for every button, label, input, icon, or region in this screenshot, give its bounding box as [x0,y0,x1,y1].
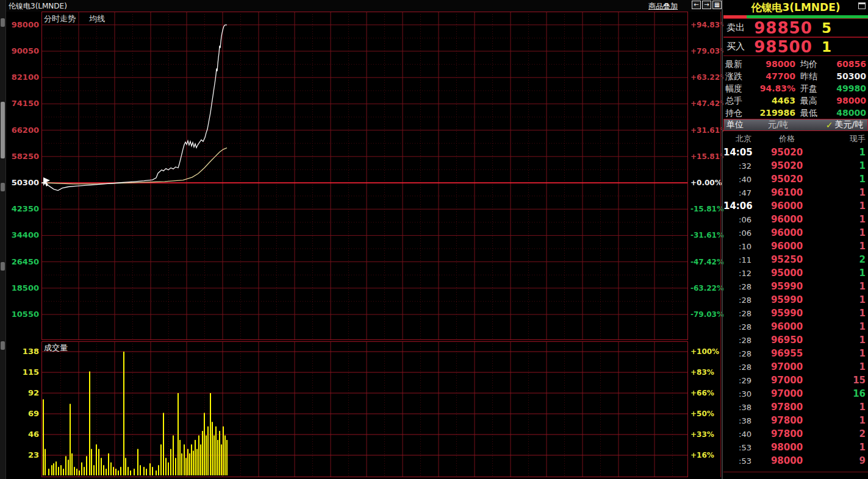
volume-tick: 23 [28,450,39,459]
mouse-cursor [43,177,50,186]
trade-time: 14:05 [723,147,751,158]
trade-row[interactable]: 14:06960001 [723,199,868,213]
trade-price: 97000 [751,375,822,386]
trade-price: 96000 [751,227,822,238]
commodity-overlay-link[interactable]: 商品叠加 [648,1,678,12]
price-tick: 26450 [12,257,39,266]
volume-percent-tick: +100% [690,347,719,356]
unit-option-cny[interactable]: 元/吨 [768,119,788,130]
trade-row[interactable]: :12950001 [723,266,868,280]
trade-row[interactable]: :06960001 [723,213,868,226]
stat-label: 均价 [800,58,828,70]
trading-terminal: 伦镍电3(LMNDE) 商品叠加 ← → ▦ 分时走势 均线 成交量 98000… [0,0,868,479]
forward-arrow-icon[interactable]: → [702,1,711,9]
stat-value: 98000 [751,58,795,70]
trade-row[interactable]: :11952502 [723,253,868,266]
chart-tabs: 分时走势 均线 [44,13,116,24]
price-tick: 98000 [12,20,39,29]
stat-label: 最新 [725,58,751,70]
trade-row[interactable]: :28970001 [723,360,868,374]
restore-window-icon[interactable] [858,2,866,9]
trade-time: :40 [723,175,751,184]
volume-tick: 69 [28,409,39,418]
panel-divider [722,0,723,479]
dock-mark [1,341,5,350]
trade-time: :47 [723,188,751,197]
stat-label: 涨跌 [725,70,751,82]
dock-mark [1,262,5,271]
trade-row[interactable]: :38978001 [723,400,868,414]
trade-time: :53 [723,456,751,466]
trade-price: 95990 [751,308,822,319]
volume-percent-tick: +83% [690,368,714,377]
dock-mark [1,183,5,191]
trade-row[interactable]: :28959901 [723,307,868,320]
dock-scroll-thumb[interactable] [1,102,5,158]
trade-time: :38 [723,416,751,425]
trade-list-header: 北京 价格 现手 [723,133,868,145]
stat-value: 48000 [828,107,866,119]
trade-time: 14:06 [723,200,751,211]
price-tick: 50300 [12,178,39,187]
tab-moving-average[interactable]: 均线 [89,14,105,23]
volume-axis: 13811592694623 [6,341,40,477]
chart-titlebar: 伦镍电3(LMNDE) 商品叠加 ← → ▦ [6,0,722,12]
unit-option-usd[interactable]: 美元/吨 [834,119,863,130]
trade-price: 95020 [751,147,822,158]
trade-row[interactable]: :38978001 [723,414,868,427]
volume-percent-tick: +50% [690,410,714,418]
axis-edge-line [720,12,721,477]
ask-row[interactable]: 卖出 98850 5 [723,18,868,37]
trade-row[interactable]: :28960001 [723,320,868,333]
trade-row[interactable]: :47961001 [723,186,868,199]
percent-tick: -63.22% [690,284,724,293]
tab-minute-trend[interactable]: 分时走势 [44,14,76,23]
trade-volume: 1 [822,415,868,426]
trade-volume: 1 [822,187,868,198]
stat-label: 最低 [800,107,828,119]
trade-row[interactable]: :28959901 [723,280,868,293]
price-tick: 82100 [12,73,39,82]
trade-row[interactable]: :32950201 [723,159,868,172]
trade-row[interactable]: :53980001 [723,441,868,454]
percent-tick: -31.61% [690,231,724,240]
trade-row[interactable]: :40978002 [723,427,868,441]
trade-row[interactable]: :06960001 [723,226,868,240]
trade-volume: 1 [822,214,868,225]
volume-tick: 138 [23,347,39,356]
trade-row[interactable]: :28959901 [723,293,868,307]
price-tick: 58250 [12,152,39,161]
trade-volume: 1 [822,268,868,279]
panel-bottom-line [723,472,868,472]
trade-time: :53 [723,443,751,452]
trade-price: 96000 [751,200,822,211]
trade-price: 95020 [751,160,822,171]
tile-windows-icon[interactable]: ▦ [712,1,722,9]
trade-list[interactable]: 14:05950201:32950201:40950201:4796100114… [723,146,868,467]
trade-volume: 1 [822,361,868,372]
volume-panel-title: 成交量 [44,342,68,353]
trade-row[interactable]: :10960001 [723,240,868,253]
price-tick: 42350 [12,204,39,213]
trade-time: :30 [723,389,751,399]
unit-selector-row[interactable]: 单位 元/吨 ✓ 美元/吨 [723,119,868,131]
trade-row[interactable]: :28969501 [723,333,868,347]
trade-price: 97800 [751,402,822,413]
back-arrow-icon[interactable]: ← [692,1,701,9]
trade-row[interactable]: :309700016 [723,387,868,400]
trade-row[interactable]: :53980009 [723,454,868,467]
trade-price: 95990 [751,281,822,292]
trade-row[interactable]: :299700015 [723,374,868,387]
trade-row[interactable]: :40950201 [723,172,868,186]
bid-price: 98500 [750,38,817,56]
trade-row[interactable]: 14:05950201 [723,146,868,159]
trade-time: :12 [723,269,751,278]
dock-mark [1,18,5,27]
stats-grid: 最新98000均价60856涨跌47700昨结50300幅度94.83%开盘49… [723,58,868,119]
trade-price: 95990 [751,294,822,305]
trade-row[interactable]: :28969551 [723,347,868,360]
check-icon: ✓ [826,120,833,130]
trade-volume: 2 [822,428,868,439]
volume-tick: 46 [28,430,39,439]
bid-row[interactable]: 买入 98500 1 [723,37,868,56]
